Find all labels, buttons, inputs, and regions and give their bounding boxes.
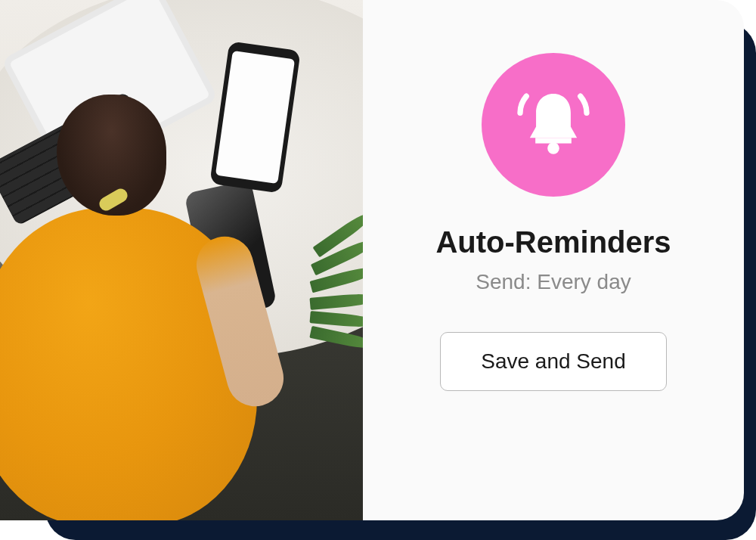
bell-icon (512, 82, 595, 168)
app-container: Auto-Reminders Send: Every day Save and … (0, 0, 756, 540)
card-title: Auto-Reminders (435, 225, 671, 259)
reminder-card: Auto-Reminders Send: Every day Save and … (363, 0, 744, 520)
photo-scene (0, 0, 363, 520)
photo-panel (0, 0, 363, 520)
svg-point-1 (547, 142, 559, 154)
photo-person (0, 95, 242, 518)
save-and-send-button[interactable]: Save and Send (440, 332, 667, 391)
bell-icon-circle (482, 53, 625, 197)
card-subtitle: Send: Every day (476, 270, 631, 294)
photo-plant (310, 227, 363, 393)
